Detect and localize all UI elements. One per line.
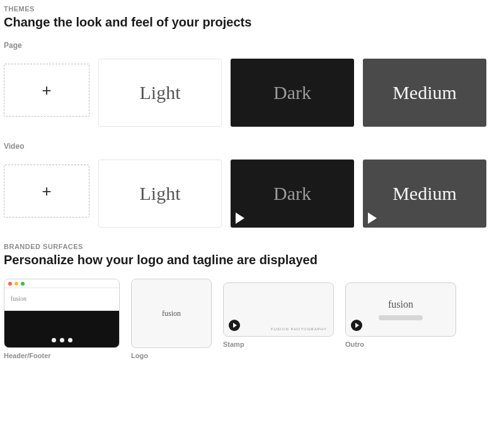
page-sublabel: Page: [4, 41, 500, 50]
preview-footer: [4, 311, 119, 348]
theme-label: Dark: [273, 82, 311, 103]
tagline-small: FUSION PHOTOGRAPHY: [271, 327, 327, 331]
stamp-card[interactable]: FUSION PHOTOGRAPHY: [223, 282, 334, 337]
outro-card[interactable]: fusion: [345, 282, 456, 337]
header-footer-label: Header/Footer: [4, 352, 120, 359]
minimize-dot-icon: [14, 282, 18, 286]
maximize-dot-icon: [21, 282, 25, 286]
video-theme-medium-card[interactable]: Medium: [363, 160, 486, 228]
themes-section-label: THEMES: [4, 5, 500, 13]
video-theme-light-card[interactable]: Light: [98, 160, 222, 228]
branded-section-label: BRANDED SURFACES: [4, 243, 500, 250]
dot-icon: [68, 338, 72, 342]
play-icon: [368, 212, 377, 224]
outro-col: fusion Outro: [345, 279, 456, 348]
video-sublabel: Video: [4, 142, 500, 151]
close-dot-icon: [8, 282, 12, 286]
signature-logo: fusion: [162, 309, 181, 318]
header-footer-card[interactable]: fusion: [4, 279, 120, 348]
browser-traffic-lights: [4, 279, 119, 288]
plus-icon: +: [42, 182, 51, 201]
stamp-col: FUSION PHOTOGRAPHY Stamp: [223, 279, 334, 348]
outro-label: Outro: [345, 340, 456, 348]
dot-icon: [52, 338, 56, 342]
signature-logo: fusion: [388, 299, 413, 310]
video-theme-row: + Light Dark Medium: [4, 160, 500, 228]
preview-header: fusion: [4, 288, 119, 311]
branded-surfaces-row: fusion Header/Footer fusion Logo FUSION …: [4, 279, 500, 359]
dot-icon: [60, 338, 64, 342]
stamp-label: Stamp: [223, 340, 334, 348]
theme-label: Light: [140, 82, 181, 103]
theme-label: Light: [140, 183, 181, 204]
logo-col: fusion Logo: [131, 279, 212, 359]
play-icon: [351, 320, 362, 331]
page-theme-row: + Light Dark Medium: [4, 59, 500, 127]
logo-label: Logo: [131, 352, 212, 359]
play-icon: [236, 212, 244, 224]
logo-card[interactable]: fusion: [131, 279, 212, 348]
signature-logo: fusion: [11, 295, 26, 302]
themes-title: Change the look and feel of your project…: [4, 15, 500, 30]
add-page-theme-button[interactable]: +: [4, 64, 89, 117]
header-footer-col: fusion Header/Footer: [4, 279, 120, 359]
tagline-placeholder-bar: [379, 315, 423, 320]
plus-icon: +: [42, 81, 51, 100]
play-icon: [229, 320, 240, 331]
add-video-theme-button[interactable]: +: [4, 165, 89, 218]
theme-label: Medium: [392, 82, 457, 103]
page-theme-dark-card[interactable]: Dark: [231, 59, 354, 127]
theme-label: Medium: [392, 183, 457, 204]
theme-label: Dark: [273, 183, 311, 204]
page-theme-light-card[interactable]: Light: [98, 59, 222, 127]
video-theme-dark-card[interactable]: Dark: [231, 160, 354, 228]
page-theme-medium-card[interactable]: Medium: [363, 59, 486, 127]
branded-title: Personalize how your logo and tagline ar…: [4, 253, 500, 267]
